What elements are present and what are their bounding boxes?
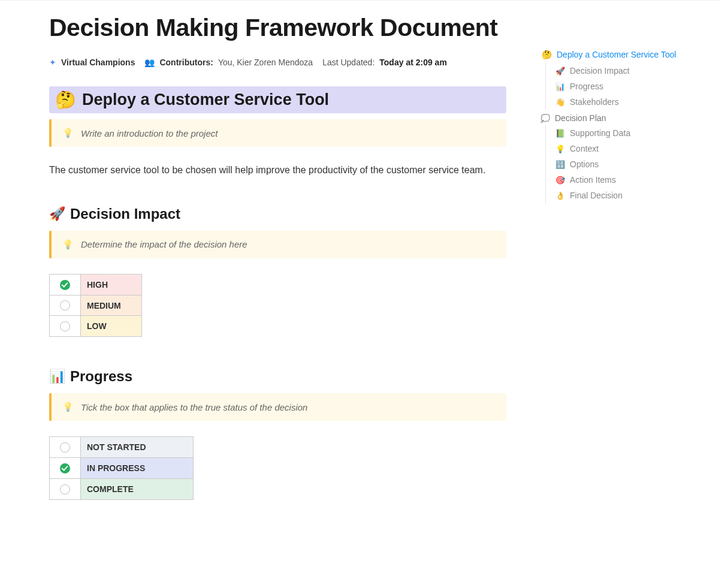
toc-item-supporting-data[interactable]: 📗 Supporting Data <box>555 125 697 141</box>
impact-row-high: HIGH <box>50 274 142 295</box>
thought-icon: 💭 <box>540 114 550 123</box>
callout-progress-text: Tick the box that applies to the true st… <box>81 402 307 412</box>
toc-root-item[interactable]: 🤔 Deploy a Customer Service Tool <box>542 47 697 63</box>
impact-radio-low[interactable] <box>60 321 70 331</box>
impact-label-low: LOW <box>81 316 142 337</box>
intro-paragraph[interactable]: The customer service tool to be chosen w… <box>49 162 493 178</box>
toc-item-label: Stakeholders <box>570 97 619 107</box>
team-chip[interactable]: ✦ Virtual Champions <box>49 58 135 67</box>
doc-meta: ✦ Virtual Champions 👥 Contributors: You,… <box>49 58 506 67</box>
last-updated-chip: Last Updated: Today at 2:09 am <box>322 58 447 67</box>
impact-row-medium: MEDIUM <box>50 295 142 316</box>
toc-heading-label: Decision Plan <box>555 113 606 123</box>
bulb-icon: 💡 <box>62 128 74 138</box>
toc-list-1: 🚀 Decision Impact 📊 Progress 👋 Stakehold… <box>545 63 697 110</box>
callout-intro-text: Write an introduction to the project <box>81 128 217 138</box>
toc-item-progress[interactable]: 📊 Progress <box>555 79 697 94</box>
toc-item-impact[interactable]: 🚀 Decision Impact <box>555 63 697 79</box>
progress-radio-not-started[interactable] <box>60 442 70 453</box>
toc-item-options[interactable]: 🔢 Options <box>555 156 697 172</box>
toc-item-label: Supporting Data <box>570 128 630 138</box>
toc-item-label: Decision Impact <box>570 66 630 76</box>
toc-item-label: Final Decision <box>570 191 623 200</box>
toc-item-label: Options <box>570 159 599 169</box>
section-head-impact: 🚀 Decision Impact <box>49 206 506 222</box>
impact-label-medium: MEDIUM <box>81 295 142 316</box>
toc-item-action-items[interactable]: 🎯 Action Items <box>555 172 697 188</box>
bulb-icon: 💡 <box>62 402 74 412</box>
book-icon: 📗 <box>555 129 565 138</box>
impact-radio-high[interactable] <box>60 280 70 290</box>
toc-item-label: Context <box>570 144 599 153</box>
toc-item-label: Action Items <box>570 175 616 185</box>
document-main: Decision Making Framework Document ✦ Vir… <box>0 13 506 531</box>
bulb-icon: 💡 <box>555 144 565 153</box>
progress-row-in-progress: IN PROGRESS <box>50 458 194 479</box>
contributors-label: Contributors: <box>159 58 213 67</box>
progress-label-complete: COMPLETE <box>81 478 194 499</box>
bulb-icon: 💡 <box>62 239 74 250</box>
toc-root-label: Deploy a Customer Service Tool <box>557 50 676 59</box>
rocket-icon: 🚀 <box>49 206 65 222</box>
toc-item-final-decision[interactable]: 👌 Final Decision <box>555 188 697 203</box>
progress-radio-complete[interactable] <box>60 484 70 494</box>
last-updated-label: Last Updated: <box>322 58 374 67</box>
contributors-icon: 👥 <box>144 58 155 67</box>
section-banner-deploy: 🤔 Deploy a Customer Service Tool <box>49 86 506 113</box>
toc-heading-decision-plan[interactable]: 💭 Decision Plan <box>540 110 697 125</box>
contributors-chip[interactable]: 👥 Contributors: You, Kier Zoren Mendoza <box>144 58 313 67</box>
ok-icon: 👌 <box>555 191 565 200</box>
wave-icon: 👋 <box>555 98 565 107</box>
thinking-icon: 🤔 <box>542 50 552 59</box>
chart-icon: 📊 <box>555 82 565 91</box>
progress-label-in-progress: IN PROGRESS <box>81 458 194 479</box>
toc-item-label: Progress <box>570 82 603 91</box>
thinking-icon: 🤔 <box>55 90 76 110</box>
section-head-progress: 📊 Progress <box>49 368 506 385</box>
progress-row-not-started: NOT STARTED <box>50 437 194 458</box>
section-title-deploy: Deploy a Customer Service Tool <box>82 91 329 109</box>
progress-table: NOT STARTED IN PROGRESS COMPLETE <box>49 436 194 499</box>
rocket-icon: 🚀 <box>555 67 565 76</box>
progress-row-complete: COMPLETE <box>50 478 194 499</box>
callout-impact[interactable]: 💡 Determine the impact of the decision h… <box>49 231 506 258</box>
contributors-value: You, Kier Zoren Mendoza <box>218 58 313 67</box>
target-icon: 🎯 <box>555 176 565 185</box>
progress-label-not-started: NOT STARTED <box>81 437 194 458</box>
impact-radio-medium[interactable] <box>60 300 70 310</box>
page-title: Decision Making Framework Document <box>49 13 506 43</box>
callout-impact-text: Determine the impact of the decision her… <box>81 239 247 249</box>
toc-item-context[interactable]: 💡 Context <box>555 141 697 156</box>
impact-row-low: LOW <box>50 316 142 337</box>
toc-sidebar: 🤔 Deploy a Customer Service Tool 🚀 Decis… <box>542 47 697 203</box>
impact-label-high: HIGH <box>81 274 142 295</box>
section-title-progress: Progress <box>70 368 132 385</box>
toc-list-2: 📗 Supporting Data 💡 Context 🔢 Options 🎯 … <box>545 125 697 203</box>
numbers-icon: 🔢 <box>555 160 565 169</box>
team-icon: ✦ <box>49 58 56 67</box>
team-name: Virtual Champions <box>61 58 135 67</box>
callout-intro[interactable]: 💡 Write an introduction to the project <box>49 119 506 147</box>
impact-table: HIGH MEDIUM LOW <box>49 274 142 337</box>
callout-progress[interactable]: 💡 Tick the box that applies to the true … <box>49 393 506 421</box>
last-updated-value: Today at 2:09 am <box>379 58 447 67</box>
section-title-impact: Decision Impact <box>70 206 180 222</box>
progress-radio-in-progress[interactable] <box>60 463 70 474</box>
chart-icon: 📊 <box>49 369 65 384</box>
toc-item-stakeholders[interactable]: 👋 Stakeholders <box>555 94 697 110</box>
